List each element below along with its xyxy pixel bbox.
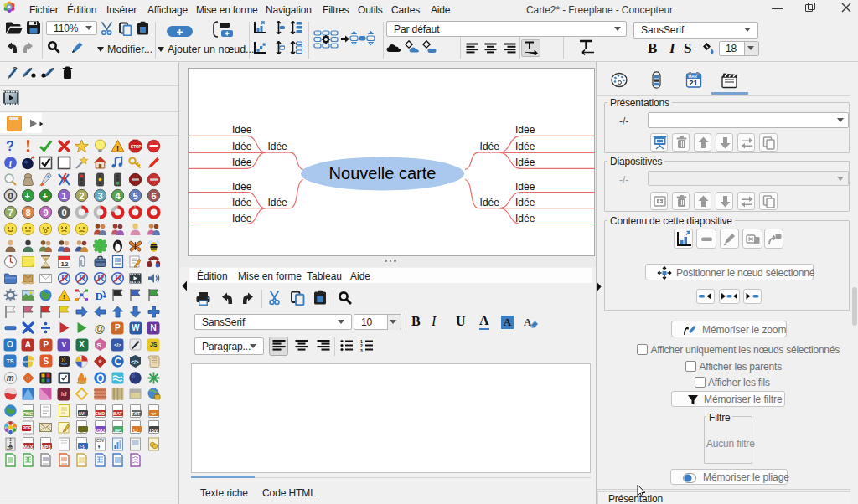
- svg-text:2: 2: [79, 191, 84, 201]
- svg-text:Idée: Idée: [232, 141, 252, 152]
- svg-text:Idée: Idée: [267, 197, 287, 208]
- svg-text:Idée: Idée: [232, 124, 252, 136]
- svg-text:Q: Q: [96, 372, 104, 383]
- svg-text:21: 21: [690, 79, 698, 87]
- svg-text:Idée: Idée: [515, 181, 535, 193]
- svg-text:</>: </>: [131, 358, 139, 364]
- svg-text:ZIP: ZIP: [7, 446, 13, 450]
- svg-text:12: 12: [60, 260, 68, 268]
- svg-text:Idée: Idée: [515, 124, 535, 136]
- svg-text:Idée: Idée: [515, 141, 535, 152]
- svg-text:1: 1: [61, 191, 66, 201]
- svg-text:9: 9: [44, 208, 49, 218]
- svg-text:!: !: [63, 293, 65, 301]
- svg-text:6: 6: [151, 191, 156, 201]
- svg-text:Idée: Idée: [232, 197, 252, 208]
- svg-text:4: 4: [115, 191, 121, 201]
- svg-text:0: 0: [8, 191, 13, 201]
- svg-text:Idée: Idée: [515, 213, 535, 224]
- svg-text:CSV: CSV: [96, 438, 104, 442]
- svg-text:m: m: [6, 373, 13, 383]
- svg-text:PDF: PDF: [23, 425, 31, 430]
- svg-text:5: 5: [133, 191, 138, 201]
- svg-text:+: +: [24, 191, 29, 201]
- svg-text:Nouvelle carte: Nouvelle carte: [329, 164, 437, 183]
- svg-text:C: C: [114, 356, 121, 368]
- svg-text:Idée: Idée: [232, 157, 252, 168]
- svg-text:Idée: Idée: [267, 141, 287, 152]
- svg-text:Idée: Idée: [232, 213, 252, 224]
- svg-text:3: 3: [97, 191, 102, 201]
- svg-text:D: D: [95, 289, 102, 301]
- svg-text:!: !: [116, 144, 119, 152]
- svg-text:3: 3: [360, 348, 363, 352]
- svg-text:0: 0: [61, 208, 66, 218]
- svg-text:+: +: [43, 191, 48, 201]
- svg-text:Idée: Idée: [480, 197, 500, 208]
- svg-text:Idée: Idée: [480, 141, 500, 152]
- svg-text:S: S: [96, 342, 101, 349]
- svg-text:STOP: STOP: [131, 145, 141, 149]
- svg-text:Idée: Idée: [515, 157, 535, 168]
- svg-text:7: 7: [8, 208, 13, 218]
- svg-text:Idée: Idée: [232, 181, 252, 193]
- svg-text:Idée: Idée: [515, 197, 535, 208]
- svg-text:8: 8: [25, 208, 30, 218]
